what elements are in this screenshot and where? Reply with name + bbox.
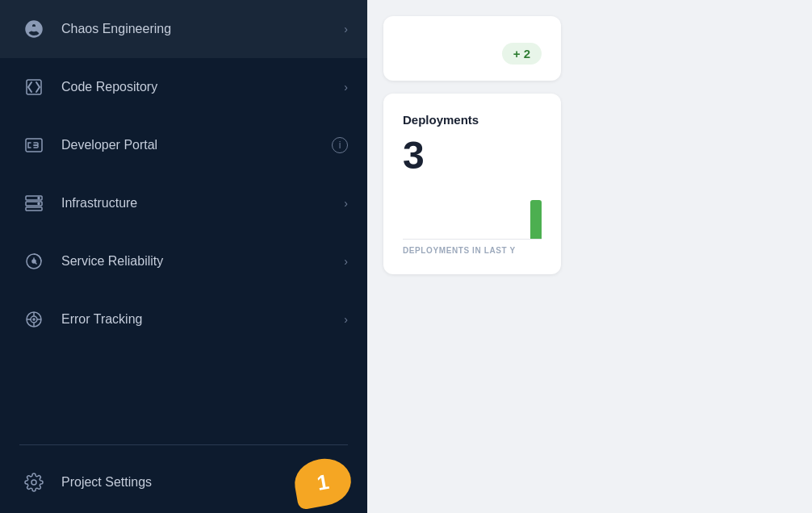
deployments-card: Deployments 3 DEPLOYMENTS IN LAST Y bbox=[383, 94, 561, 274]
info-icon: i bbox=[332, 137, 348, 153]
sidebar-item-developer-portal[interactable]: Developer Portal i bbox=[0, 116, 367, 174]
sidebar-item-infrastructure[interactable]: Infrastructure › bbox=[0, 174, 367, 232]
sidebar-item-label-infra: Infrastructure bbox=[61, 196, 337, 211]
bar-item bbox=[530, 200, 542, 239]
nav-list: Chaos Engineering › Code Repository › bbox=[0, 0, 367, 438]
chevron-right-icon: › bbox=[344, 23, 348, 35]
sidebar-item-code-repository[interactable]: Code Repository › bbox=[0, 58, 367, 116]
sidebar-item-service-reliability[interactable]: Service Reliability › bbox=[0, 232, 367, 290]
sidebar-item-error-tracking[interactable]: Error Tracking › bbox=[0, 290, 367, 348]
chevron-right-icon: › bbox=[344, 81, 348, 94]
main-content: + 2 Deployments 3 DEPLOYMENTS IN LAST Y bbox=[367, 0, 812, 513]
chevron-right-icon: › bbox=[344, 197, 348, 210]
svg-rect-5 bbox=[26, 207, 42, 211]
sidebar-item-label-chaos: Chaos Engineering bbox=[61, 22, 337, 36]
developer-portal-icon bbox=[19, 131, 48, 160]
notification-bubble: 1 bbox=[291, 454, 354, 510]
svg-point-6 bbox=[38, 198, 40, 199]
sidebar-item-chaos-engineering[interactable]: Chaos Engineering › bbox=[0, 0, 367, 58]
plus-badge: + 2 bbox=[502, 43, 542, 65]
svg-point-12 bbox=[33, 319, 35, 320]
sidebar: Chaos Engineering › Code Repository › bbox=[0, 0, 367, 513]
deployments-footnote: DEPLOYMENTS IN LAST Y bbox=[403, 246, 542, 255]
deployments-count: 3 bbox=[403, 136, 542, 175]
service-reliability-icon bbox=[19, 247, 48, 276]
svg-point-17 bbox=[31, 480, 36, 485]
deployments-title: Deployments bbox=[403, 113, 542, 127]
sidebar-item-label-error: Error Tracking bbox=[61, 312, 337, 327]
svg-point-9 bbox=[32, 260, 36, 263]
card-partial: + 2 bbox=[383, 16, 561, 81]
notification-count: 1 bbox=[315, 469, 331, 495]
bar-chart bbox=[403, 191, 542, 240]
gear-icon bbox=[19, 468, 48, 497]
svg-point-7 bbox=[38, 203, 40, 205]
sidebar-item-label-portal: Developer Portal bbox=[61, 138, 325, 152]
cards-area: + 2 Deployments 3 DEPLOYMENTS IN LAST Y bbox=[383, 16, 796, 274]
sidebar-item-label-reliability: Service Reliability bbox=[61, 254, 337, 269]
sidebar-item-label-code: Code Repository bbox=[61, 80, 337, 94]
code-repository-icon bbox=[19, 73, 48, 102]
chevron-right-icon: › bbox=[344, 255, 348, 268]
error-tracking-icon bbox=[19, 305, 48, 334]
chaos-icon bbox=[19, 15, 48, 44]
sidebar-divider bbox=[19, 444, 348, 445]
sidebar-item-project-settings[interactable]: Project Settings 1 bbox=[0, 452, 367, 513]
chevron-right-icon: › bbox=[344, 313, 348, 326]
infrastructure-icon bbox=[19, 189, 48, 218]
